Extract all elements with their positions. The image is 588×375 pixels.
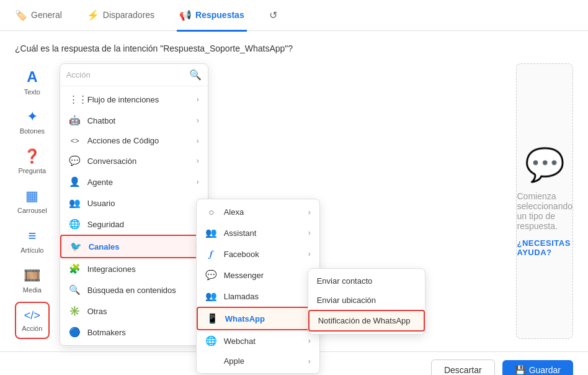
chevron-icon: › [308, 208, 311, 217]
sub-menu-label-assistant: Assistant [224, 228, 257, 238]
chevron-icon: › [308, 250, 311, 258]
label-enviar-ubicacion: Enviar ubicación [317, 296, 376, 305]
alexa-icon: ○ [205, 207, 218, 217]
globe-icon: 🌐 [69, 219, 81, 230]
menu-label-conversacion: Conversación [87, 156, 137, 166]
sub-menu-label-facebook: Facebook [224, 250, 259, 259]
sub-menu-item-assistant[interactable]: 👥 Assistant › [197, 222, 319, 243]
sub-sub-item-enviar-ubicacion[interactable]: Enviar ubicación [308, 291, 425, 310]
sub-sub-item-enviar-contacto[interactable]: Enviar contacto [308, 271, 425, 291]
sub-menu-item-alexa[interactable]: ○ Alexa › [197, 202, 319, 222]
menu-item-integraciones[interactable]: 🧩 Integraciones › [60, 258, 208, 279]
discard-button[interactable]: Descartar [431, 359, 495, 375]
menu-label-flujo: Flujo de intenciones [87, 95, 159, 104]
tab-general-label: General [31, 10, 62, 20]
sub-sub-menu-list: Enviar contacto Enviar ubicación Notific… [308, 269, 425, 334]
sub-menu-item-facebook[interactable]: 𝒇 Facebook › [197, 243, 319, 264]
label-enviar-contacto: Enviar contacto [317, 276, 373, 286]
label-notificacion-whatsapp: Notificación de WhatsApp [318, 316, 411, 325]
main-content: ¿Cuál es la respuesta de la intención "R… [0, 31, 588, 351]
carousel-icon: ▦ [25, 188, 38, 204]
sidebar-label-accion: Acción [22, 325, 42, 332]
sidebar-label-carrousel: Carrousel [17, 207, 47, 214]
save-button[interactable]: 💾 Guardar [502, 360, 573, 375]
menu-item-botmakers[interactable]: 🔵 Botmakers › [60, 322, 208, 343]
chat-icon: 💬 [69, 155, 81, 166]
sidebar-item-articulo[interactable]: ≡ Artículo [15, 222, 50, 260]
sidebar-label-botones: Botones [20, 127, 45, 135]
empty-chat-icon: 💬 [525, 146, 565, 184]
sub-menu-label-apple: Apple [224, 356, 244, 366]
menu-item-agente[interactable]: 👤 Agente › [60, 171, 208, 192]
menu-item-busqueda[interactable]: 🔍 Búsqueda en contenidos › [60, 279, 208, 300]
menu-item-conversacion[interactable]: 💬 Conversación › [60, 150, 208, 171]
tab-general[interactable]: 🏷️ General [12, 1, 65, 32]
tab-disparadores[interactable]: ⚡ Disparadores [84, 1, 157, 32]
tab-respuestas[interactable]: 📢 Respuestas [177, 1, 247, 32]
menu-label-botmakers: Botmakers [87, 328, 126, 337]
agent-icon: 👤 [69, 176, 81, 188]
text-icon: A [27, 68, 37, 86]
code-action-icon: <> [69, 137, 81, 145]
help-link[interactable]: ¿NECESITAS AYUDA? [517, 238, 572, 257]
editor-area: A Texto ✦ Botones ❓ Pregunta ▦ Carrousel… [15, 63, 573, 339]
megaphone-icon: 📢 [179, 9, 192, 21]
menu-item-chatbot[interactable]: 🤖 Chatbot › [60, 110, 208, 131]
menu-label-agente: Agente [87, 178, 113, 187]
sidebar-item-texto[interactable]: A Texto [15, 63, 50, 101]
code-icon: </> [24, 309, 40, 322]
sidebar-item-carrousel[interactable]: ▦ Carrousel [15, 183, 50, 220]
sub-menu-label-alexa: Alexa [224, 207, 244, 217]
search-icon[interactable]: 🔍 [189, 69, 202, 81]
dropdowns-container: 🔍 ⋮⋮ Flujo de intenciones › 🤖 [60, 63, 234, 330]
menu-item-flujo[interactable]: ⋮⋮ Flujo de intenciones › [60, 89, 208, 110]
sidebar-label-articulo: Artículo [20, 246, 43, 254]
sidebar-item-pregunta[interactable]: ❓ Pregunta [15, 143, 50, 180]
tabs-bar: 🏷️ General ⚡ Disparadores 📢 Respuestas ↺ [0, 0, 588, 31]
menu-label-chatbot: Chatbot [87, 116, 116, 125]
sidebar-item-botones[interactable]: ✦ Botones [15, 103, 50, 140]
sub-dropdown: ○ Alexa › 👥 Assistant › [196, 199, 320, 374]
chevron-icon: › [308, 337, 311, 345]
sub-menu-item-llamadas[interactable]: 👥 Llamadas › [197, 286, 319, 307]
sidebar-item-accion[interactable]: </> Acción [15, 302, 50, 339]
sub-menu-item-whatsapp[interactable]: 📱 WhatsApp › [197, 307, 319, 330]
menu-item-canales[interactable]: 🐦 Canales › [60, 235, 208, 258]
sidebar-icons: A Texto ✦ Botones ❓ Pregunta ▦ Carrousel… [15, 63, 50, 339]
sub-menu-list: ○ Alexa › 👥 Assistant › [197, 199, 319, 373]
sub-sub-item-notificacion[interactable]: Notificación de WhatsApp [308, 310, 425, 332]
menu-item-seguridad[interactable]: 🌐 Seguridad › [60, 214, 208, 235]
empty-panel-text: Comienza seleccionando un tipo de respue… [517, 191, 572, 231]
main-menu-list: ⋮⋮ Flujo de intenciones › 🤖 Chatbot › [60, 86, 208, 345]
sidebar-item-media[interactable]: 🎞️ Media [15, 262, 50, 299]
menu-label-canales: Canales [89, 242, 120, 251]
lightning-icon: ⚡ [87, 9, 99, 21]
tab-disparadores-label: Disparadores [103, 10, 154, 20]
menu-item-acciones[interactable]: <> Acciones de Código › [60, 131, 208, 150]
buttons-icon: ✦ [27, 109, 38, 125]
sub-menu-item-messenger[interactable]: 💬 Messenger › [197, 264, 319, 286]
chevron-icon: › [197, 116, 199, 125]
sub-sub-dropdown: Enviar contacto Enviar ubicación Notific… [308, 268, 425, 335]
menu-label-acciones: Acciones de Código [87, 136, 159, 145]
search-input[interactable] [66, 70, 184, 79]
right-empty-panel: 💬 Comienza seleccionando un tipo de resp… [516, 63, 573, 339]
menu-item-usuario[interactable]: 👥 Usuario › [60, 192, 208, 214]
question-icon: ❓ [24, 148, 40, 165]
chevron-icon: › [197, 137, 199, 145]
sub-menu-item-apple[interactable]: Apple › [197, 351, 319, 371]
sidebar-label-pregunta: Pregunta [19, 167, 47, 174]
tab-history[interactable]: ↺ [267, 1, 280, 32]
chevron-icon: › [197, 156, 199, 165]
main-dropdown: 🔍 ⋮⋮ Flujo de intenciones › 🤖 [60, 63, 208, 346]
sub-menu-label-webchat: Webchat [224, 337, 256, 346]
chevron-icon: › [197, 178, 199, 186]
messenger-icon: 💬 [205, 269, 218, 281]
menu-label-otras: Otras [87, 307, 107, 316]
chevron-icon: › [197, 95, 199, 104]
chevron-icon: › [308, 228, 311, 237]
menu-item-otras[interactable]: ✳️ Otras › [60, 300, 208, 322]
whatsapp-icon: 📱 [207, 313, 219, 324]
page-question: ¿Cuál es la respuesta de la intención "R… [15, 43, 573, 53]
sub-menu-item-webchat[interactable]: 🌐 Webchat › [197, 330, 319, 351]
